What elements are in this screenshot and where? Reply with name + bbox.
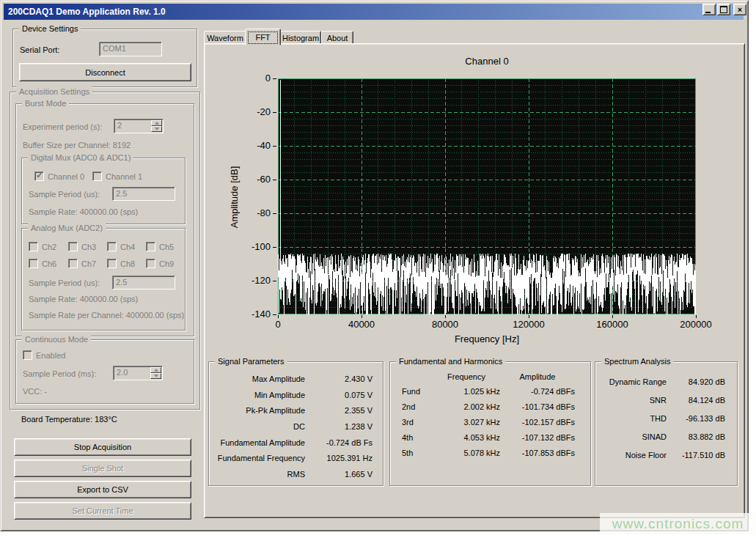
x-axis-tick-mark xyxy=(445,315,446,318)
harmonic-amplitude: -101.734 dBFs xyxy=(500,402,575,411)
y-axis-tick-mark xyxy=(273,180,276,180)
harmonic-frequency: 5.078 kHz xyxy=(433,449,500,457)
channel1-checkbox[interactable] xyxy=(92,171,102,181)
single-shot-button[interactable]: Single Shot xyxy=(14,460,191,477)
spectrum-label: Dynamic Range xyxy=(600,377,667,386)
maximize-icon xyxy=(720,6,727,13)
ch5-label: Ch5 xyxy=(159,243,174,251)
spectrum-value: 84.920 dB xyxy=(667,377,733,386)
y-axis-tick-label: -120 xyxy=(243,275,271,286)
y-axis-tick-label: -40 xyxy=(243,140,271,151)
ch7-checkbox[interactable] xyxy=(68,259,78,268)
spectrum-value: 84.124 dB xyxy=(667,396,733,405)
ch4-checkbox[interactable] xyxy=(107,242,117,251)
harmonic-amplitude: -102.157 dBFs xyxy=(500,418,575,427)
maximize-button[interactable] xyxy=(717,4,730,15)
window-title: 200CDAQ1 Demo Application Rev. 1.0 xyxy=(8,7,166,17)
disconnect-button[interactable]: Disconnect xyxy=(19,63,191,81)
x-axis-tick-label: 160000 xyxy=(583,319,642,330)
spectrum-value: -96.133 dB xyxy=(667,414,733,423)
harmonic-name: 2nd xyxy=(397,402,433,411)
digital-mux-legend: Digital Mux (ADC0 & ADC1) xyxy=(28,152,133,163)
analog-sample-period-input[interactable]: 2.5 xyxy=(112,276,175,289)
param-label: DC xyxy=(213,422,305,431)
ch5-checkbox[interactable] xyxy=(146,242,155,251)
param-label: Max Amplitude xyxy=(213,374,305,383)
y-axis-tick-mark xyxy=(273,146,276,147)
vcc-text: VCC: - xyxy=(23,387,47,396)
continuous-enabled-checkbox[interactable] xyxy=(23,350,32,360)
param-value: 1.665 V xyxy=(305,470,378,479)
amplitude-column-header: Amplitude xyxy=(500,372,575,381)
spectrum-analysis-legend: Spectrum Analysis xyxy=(601,356,673,366)
watermark: www.cntronics.com xyxy=(600,513,756,535)
continuous-sample-period-stepper[interactable]: 2.0 xyxy=(113,366,163,380)
arrow-up-icon xyxy=(155,122,159,125)
ch6-label: Ch6 xyxy=(42,259,56,268)
spectrum-row: SINAD83.882 dB xyxy=(600,427,733,446)
ch8-checkbox[interactable] xyxy=(107,259,117,268)
spectrum-label: Noise Floor xyxy=(600,451,667,460)
ch3-checkbox[interactable] xyxy=(68,242,78,251)
continuous-period-up-button[interactable] xyxy=(150,367,161,373)
signal-parameters-group: Signal Parameters Max Amplitude2.430 V M… xyxy=(208,361,383,486)
digital-sample-period-input[interactable]: 2.5 xyxy=(112,187,175,201)
param-value: 2.430 V xyxy=(305,374,378,383)
signal-parameter-row: DC1.238 V xyxy=(213,418,378,435)
ch8-label: Ch8 xyxy=(120,259,135,268)
ch7-label: Ch7 xyxy=(81,259,96,268)
spectrum-label: THD xyxy=(600,414,667,423)
continuous-period-down-button[interactable] xyxy=(150,373,161,379)
param-value: 1025.391 Hz xyxy=(305,454,378,462)
ch9-label: Ch9 xyxy=(159,259,174,268)
analog-sample-rate-text: Sample Rate: 400000.00 (sps) xyxy=(29,295,138,303)
ch6-checkbox[interactable] xyxy=(29,259,38,268)
titlebar: 200CDAQ1 Demo Application Rev. 1.0 xyxy=(4,4,744,20)
harmonic-row: 3rd3.027 kHz-102.157 dBFs xyxy=(397,414,583,429)
ch2-checkbox[interactable] xyxy=(29,242,38,251)
experiment-period-down-button[interactable] xyxy=(151,126,162,132)
analog-mux-legend: Analog Mux (ADC2) xyxy=(28,223,106,233)
analog-sample-rate-per-channel-text: Sample Rate per Channel: 400000.00 (sps) xyxy=(29,311,184,320)
ch9-checkbox[interactable] xyxy=(146,259,155,268)
experiment-period-stepper[interactable]: 2 xyxy=(114,119,164,133)
close-button[interactable]: × xyxy=(733,4,746,15)
harmonics-group: Fundamental and Harmonics Frequency Ampl… xyxy=(389,361,591,486)
set-current-time-button[interactable]: Set Current Time xyxy=(14,502,191,520)
x-axis-tick-label: 200000 xyxy=(667,319,725,330)
signal-parameter-row: RMS1.665 V xyxy=(213,466,378,482)
y-axis-tick-mark xyxy=(273,247,276,248)
y-axis-tick-label: -60 xyxy=(243,174,271,185)
param-value: 1.238 V xyxy=(305,422,378,431)
stop-acquisition-button[interactable]: Stop Acquisition xyxy=(14,438,191,456)
experiment-period-up-button[interactable] xyxy=(151,120,162,126)
close-icon: × xyxy=(734,4,746,15)
ch3-label: Ch3 xyxy=(81,243,96,251)
harmonic-amplitude: -0.724 dBFs xyxy=(500,387,575,396)
signal-parameters-legend: Signal Parameters xyxy=(215,356,287,366)
board-temperature-text: Board Temperature: 183°C xyxy=(21,415,117,424)
arrow-up-icon xyxy=(154,369,158,372)
param-label: Fundamental Frequency xyxy=(213,454,305,462)
y-axis-tick-label: 0 xyxy=(243,73,271,84)
continuous-sample-period-label: Sample Period (ms): xyxy=(23,369,96,378)
export-csv-button[interactable]: Export to CSV xyxy=(14,481,191,498)
harmonic-frequency: 2.002 kHz xyxy=(433,402,500,411)
harmonics-header-row: Frequency Amplitude xyxy=(397,369,583,383)
signal-parameter-row: Fundamental Frequency1025.391 Hz xyxy=(213,450,378,466)
frequency-column-header: Frequency xyxy=(433,372,500,381)
harmonics-legend: Fundamental and Harmonics xyxy=(396,356,505,366)
serial-port-input[interactable]: COM1 xyxy=(99,42,162,56)
signal-parameter-row: Min Amplitude0.075 V xyxy=(213,387,378,403)
acquisition-settings-legend: Acquisition Settings xyxy=(16,86,92,97)
spectrum-row: THD-96.133 dB xyxy=(600,409,733,427)
digital-sample-rate-text: Sample Rate: 400000.00 (sps) xyxy=(29,207,138,216)
minimize-button[interactable] xyxy=(702,4,716,15)
spectrum-analysis-group: Spectrum Analysis Dynamic Range84.920 dB… xyxy=(595,361,738,486)
spectrum-row: SNR84.124 dB xyxy=(600,391,733,409)
y-axis-tick-mark xyxy=(273,281,276,281)
arrow-down-icon xyxy=(154,374,158,377)
param-value: 0.075 V xyxy=(305,391,378,399)
channel0-checkbox[interactable] xyxy=(34,171,44,181)
tab-fft[interactable]: FFT xyxy=(245,29,281,45)
